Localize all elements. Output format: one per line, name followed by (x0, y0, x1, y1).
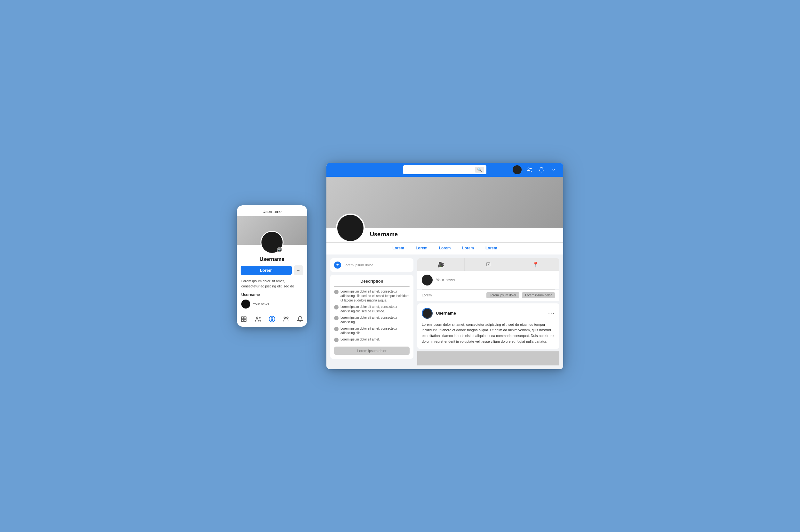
svg-rect-0 (242, 317, 244, 319)
tab-lorem-1[interactable]: Lorem (386, 243, 410, 254)
svg-point-7 (271, 318, 273, 319)
svg-rect-1 (244, 317, 247, 319)
desc-text-4: Lorem ipsum dolor sit amet, consectetur … (341, 326, 410, 335)
location-icon-tab[interactable]: 📍 (512, 258, 559, 271)
svg-point-9 (287, 317, 288, 319)
checkin-icon-tab[interactable]: ☑ (465, 258, 512, 271)
description-divider (334, 286, 410, 287)
post-input-card: ★ Lorem ipsum dolor (330, 258, 414, 272)
desc-item-4: Lorem ipsum dolor sit amet, consectetur … (334, 326, 410, 335)
svg-point-4 (256, 317, 258, 319)
phone-body: Username Username Lorem ··· Lorem ipsum … (237, 205, 307, 327)
desc-text-2: Lorem ipsum dolor sit amet, consectetur … (341, 305, 410, 314)
browser-profile-row: Username (326, 228, 563, 242)
tab-lorem-4[interactable]: Lorem (456, 243, 480, 254)
description-card: Description Lorem ipsum dolor sit amet, … (330, 275, 414, 359)
phone-news-avatar (241, 300, 250, 308)
news-input-area: Your news (417, 271, 559, 289)
phone-news-row: Your news (237, 298, 307, 312)
description-button[interactable]: Lorem ipsum dolor (334, 346, 410, 355)
post-avatar-inner (423, 309, 432, 318)
search-input[interactable] (406, 168, 475, 172)
phone-news-text: Your news (253, 302, 269, 306)
browser-content: ★ Lorem ipsum dolor Description Lorem ip… (326, 254, 563, 369)
svg-point-10 (528, 168, 530, 169)
search-button[interactable]: 🔍 (475, 167, 484, 173)
post-avatar (422, 308, 433, 319)
browser-mockup: 🔍 (326, 163, 563, 369)
phone-cover-photo (237, 216, 307, 245)
post-username: Username (436, 311, 456, 316)
tab-lorem-3[interactable]: Lorem (433, 243, 457, 254)
phone-profile-name: Username (237, 256, 307, 262)
phone-nav-home-icon[interactable] (239, 315, 248, 324)
browser-bottom-gray (417, 352, 559, 365)
search-bar: 🔍 (403, 165, 486, 174)
phone-section-label: Username (237, 291, 307, 298)
phone-nav-friends-icon[interactable] (253, 315, 262, 324)
browser-profile-name: Username (370, 231, 398, 242)
browser-nav-icons (513, 165, 558, 174)
desc-item-5: Lorem ipsum dolor sit amet. (334, 337, 410, 342)
phone-avatar (260, 231, 284, 254)
description-title: Description (334, 279, 410, 284)
svg-point-11 (530, 168, 531, 169)
phone-header: Username (237, 205, 307, 216)
filter-label: Lorem (422, 293, 432, 297)
phone-bottom-nav (237, 312, 307, 327)
post-input-text[interactable]: Lorem ipsum dolor (344, 263, 373, 267)
phone-username-header: Username (262, 209, 281, 214)
desc-item-2: Lorem ipsum dolor sit amet, consectetur … (334, 305, 410, 314)
filter-button-1[interactable]: Lorem ipsum dolor (486, 292, 520, 298)
browser-profile-tabs: Lorem Lorem Lorem Lorem Lorem (326, 242, 563, 254)
tab-lorem-5[interactable]: Lorem (480, 243, 503, 254)
main-scene: Username Username Lorem ··· Lorem ipsum … (224, 150, 576, 382)
desc-bullet-3 (334, 316, 339, 320)
post-header: Username ··· (422, 308, 555, 319)
browser-body: 🔍 (326, 163, 563, 369)
news-placeholder-text[interactable]: Your news (436, 278, 555, 282)
browser-left-column: ★ Lorem ipsum dolor Description Lorem ip… (330, 258, 414, 365)
tab-lorem-2[interactable]: Lorem (410, 243, 433, 254)
desc-text-1: Lorem ipsum dolor sit amet, consectetur … (341, 289, 410, 303)
phone-dots-button[interactable]: ··· (294, 265, 303, 275)
browser-navbar: 🔍 (326, 163, 563, 177)
desc-text-5: Lorem ipsum dolor sit amet. (341, 337, 380, 342)
post-header-left: Username (422, 308, 456, 319)
browser-bell-icon[interactable] (537, 165, 546, 174)
desc-bullet-1 (334, 290, 339, 294)
star-icon: ★ (334, 262, 341, 269)
browser-right-column: 🎥 ☑ 📍 Your news (417, 258, 559, 365)
video-icon: 🎥 (438, 262, 444, 268)
svg-rect-3 (244, 319, 247, 322)
news-avatar (422, 274, 433, 285)
search-icon: 🔍 (477, 168, 482, 172)
browser-nav-avatar[interactable] (513, 165, 522, 174)
video-icon-tab[interactable]: 🎥 (417, 258, 465, 271)
camera-icon[interactable] (277, 247, 282, 252)
phone-action-row: Lorem ··· (237, 262, 307, 277)
browser-avatar (336, 213, 365, 242)
browser-friends-icon[interactable] (525, 165, 534, 174)
filter-button-2[interactable]: Lorem ipsum dolor (522, 292, 555, 298)
desc-text-3: Lorem ipsum dolor sit amet, consectetur … (341, 316, 410, 324)
desc-bullet-4 (334, 327, 339, 331)
phone-nav-bell-icon[interactable] (296, 315, 305, 324)
phone-nav-groups-icon[interactable] (281, 315, 291, 324)
phone-nav-profile-icon[interactable] (268, 315, 276, 324)
desc-bullet-5 (334, 338, 339, 342)
post-card: Username ··· Lorem ipsum dolor sit amet,… (417, 303, 559, 349)
svg-point-5 (259, 317, 260, 318)
browser-chevron-icon[interactable] (549, 165, 558, 174)
phone-mockup: Username Username Lorem ··· Lorem ipsum … (237, 205, 307, 327)
svg-point-8 (284, 317, 286, 319)
desc-item-3: Lorem ipsum dolor sit amet, consectetur … (334, 316, 410, 324)
phone-bio: Lorem ipsum dolor sit amet, consectetur … (237, 277, 307, 291)
action-icons-row: 🎥 ☑ 📍 (417, 258, 559, 271)
post-options-button[interactable]: ··· (548, 310, 555, 317)
checkin-icon: ☑ (486, 262, 491, 268)
location-icon: 📍 (532, 262, 539, 268)
phone-lorem-button[interactable]: Lorem (241, 266, 292, 275)
desc-bullet-2 (334, 305, 339, 309)
svg-rect-2 (242, 319, 244, 322)
